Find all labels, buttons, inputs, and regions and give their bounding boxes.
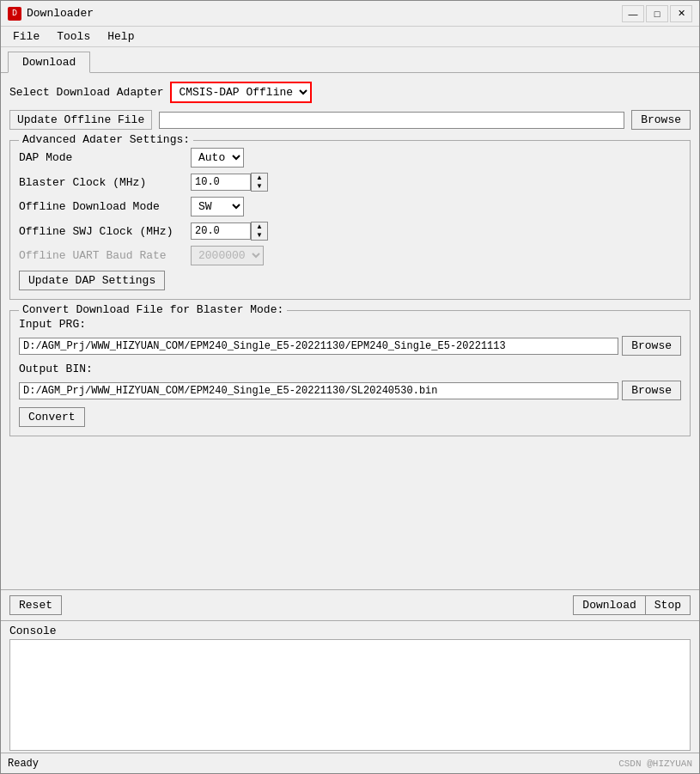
menu-file[interactable]: File <box>4 28 48 45</box>
tab-bar: Download <box>1 47 699 73</box>
blaster-clock-up-btn[interactable]: ▲ <box>252 174 267 182</box>
output-bin-label-row: Output BIN: <box>19 363 681 375</box>
offline-swj-clock-down-btn[interactable]: ▼ <box>252 231 267 240</box>
blaster-clock-spinner-btns: ▲ ▼ <box>251 173 268 192</box>
input-prg-input[interactable] <box>19 338 618 355</box>
maximize-button[interactable]: □ <box>646 5 668 22</box>
title-bar: D Downloader — □ ✕ <box>1 1 699 27</box>
title-bar-left: D Downloader <box>8 7 94 21</box>
offline-download-mode-select[interactable]: SW SPI UART <box>191 197 244 216</box>
adapter-label: Select Download Adapter <box>9 86 163 99</box>
menu-help[interactable]: Help <box>99 28 143 45</box>
download-button[interactable]: Download <box>573 595 644 615</box>
adapter-select[interactable]: CMSIS-DAP Offline CMSIS-DAP Online Other <box>170 82 312 103</box>
status-bar: Ready CSDN @HIZYUAN <box>1 753 699 773</box>
input-prg-label: Input PRG: <box>19 318 86 331</box>
main-window: D Downloader — □ ✕ File Tools Help Downl… <box>0 0 700 774</box>
minimize-button[interactable]: — <box>622 5 644 22</box>
window-title: Downloader <box>27 7 94 20</box>
input-prg-browse-btn[interactable]: Browse <box>622 336 681 356</box>
menu-bar: File Tools Help <box>1 27 699 47</box>
input-prg-label-row: Input PRG: <box>19 318 681 331</box>
title-bar-controls: — □ ✕ <box>622 5 692 22</box>
convert-button[interactable]: Convert <box>19 407 85 427</box>
offline-swj-clock-up-btn[interactable]: ▲ <box>252 222 267 231</box>
blaster-clock-label: Blaster Clock (MHz) <box>19 176 191 189</box>
convert-group-title: Convert Download File for Blaster Mode: <box>19 303 287 316</box>
blaster-clock-spinner: ▲ ▼ <box>191 173 268 192</box>
watermark-text: CSDN @HIZYUAN <box>618 759 692 769</box>
reset-button[interactable]: Reset <box>9 595 62 615</box>
offline-swj-clock-spinner-btns: ▲ ▼ <box>251 222 268 241</box>
tab-download[interactable]: Download <box>8 52 90 73</box>
input-prg-row: Browse <box>19 336 681 356</box>
blaster-clock-input[interactable] <box>191 174 251 191</box>
output-bin-row: Browse <box>19 381 681 400</box>
offline-uart-baud-row: Offline UART Baud Rate 2000000 1000000 1… <box>19 246 681 265</box>
output-bin-browse-btn[interactable]: Browse <box>622 381 681 400</box>
menu-tools[interactable]: Tools <box>48 28 99 45</box>
console-area[interactable] <box>9 639 691 751</box>
offline-download-mode-label: Offline Download Mode <box>19 200 191 213</box>
console-section: Console <box>1 620 699 753</box>
update-offline-row: Update Offline File Browse <box>9 110 691 130</box>
output-bin-label: Output BIN: <box>19 363 93 375</box>
adapter-row: Select Download Adapter CMSIS-DAP Offlin… <box>9 82 691 103</box>
bottom-bar: Reset Download Stop <box>1 589 699 620</box>
update-offline-browse-btn[interactable]: Browse <box>631 110 691 130</box>
offline-uart-baud-select: 2000000 1000000 115200 <box>191 246 264 265</box>
dap-mode-row: DAP Mode Auto SWD JTAG <box>19 148 681 168</box>
dap-mode-label: DAP Mode <box>19 151 191 164</box>
dap-mode-select[interactable]: Auto SWD JTAG <box>191 148 244 168</box>
blaster-clock-row: Blaster Clock (MHz) ▲ ▼ <box>19 173 681 192</box>
app-icon: D <box>8 7 21 21</box>
output-bin-input[interactable] <box>19 382 618 399</box>
update-offline-label-btn[interactable]: Update Offline File <box>9 110 152 130</box>
close-button[interactable]: ✕ <box>670 5 692 22</box>
status-text: Ready <box>8 758 39 770</box>
stop-button[interactable]: Stop <box>645 595 691 615</box>
convert-btn-row: Convert <box>19 407 681 427</box>
offline-swj-clock-input[interactable] <box>191 222 251 240</box>
offline-swj-clock-label: Offline SWJ Clock (MHz) <box>19 225 191 238</box>
offline-uart-baud-label: Offline UART Baud Rate <box>19 249 191 262</box>
offline-swj-clock-row: Offline SWJ Clock (MHz) ▲ ▼ <box>19 222 681 241</box>
advanced-settings-group: Advanced Adater Settings: DAP Mode Auto … <box>9 140 691 300</box>
update-dap-row: Update DAP Settings <box>19 271 681 290</box>
advanced-settings-title: Advanced Adater Settings: <box>19 133 193 146</box>
console-label: Console <box>9 625 691 637</box>
convert-group: Convert Download File for Blaster Mode: … <box>9 310 691 436</box>
offline-download-mode-row: Offline Download Mode SW SPI UART <box>19 197 681 216</box>
bottom-bar-right: Download Stop <box>573 595 691 615</box>
update-dap-settings-btn[interactable]: Update DAP Settings <box>19 271 165 290</box>
offline-swj-clock-spinner: ▲ ▼ <box>191 222 268 241</box>
update-offline-input[interactable] <box>159 112 624 129</box>
blaster-clock-down-btn[interactable]: ▼ <box>252 182 267 191</box>
main-content: Select Download Adapter CMSIS-DAP Offlin… <box>1 73 699 589</box>
